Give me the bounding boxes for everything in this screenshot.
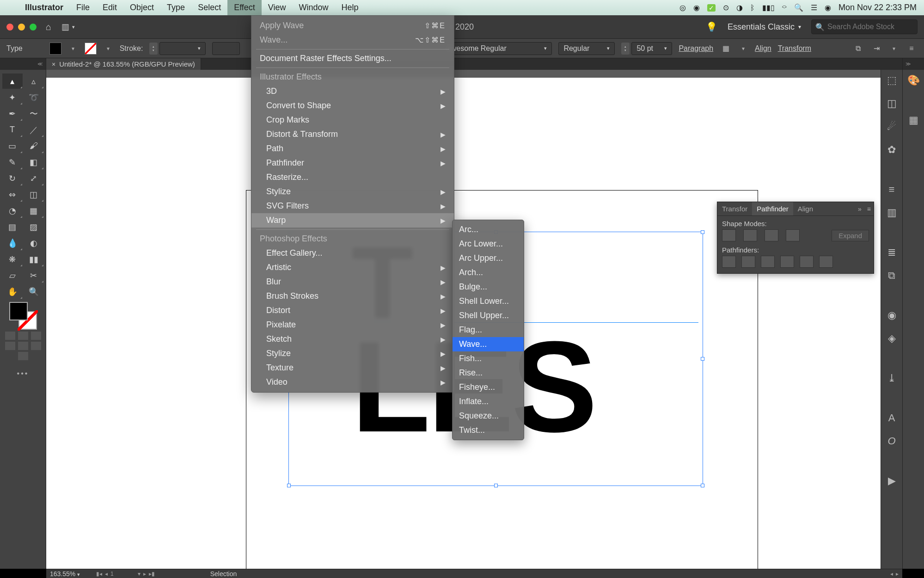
mesh-tool[interactable]: ▤ bbox=[2, 219, 23, 234]
width-tool[interactable]: ⇔ bbox=[2, 187, 23, 202]
asset-export-panel-icon[interactable]: ⤓ bbox=[887, 372, 896, 384]
battery-icon[interactable]: ▮▮▯ bbox=[762, 3, 775, 12]
scroll-left-icon[interactable]: ◂ bbox=[890, 571, 893, 577]
status-icon-1[interactable]: ◎ bbox=[679, 3, 686, 12]
symbol-sprayer-tool[interactable]: ❋ bbox=[2, 252, 23, 267]
expand-button[interactable]: Expand bbox=[832, 230, 869, 241]
actions-panel-icon[interactable]: ▶ bbox=[888, 475, 896, 487]
warp-item-inflate-[interactable]: Inflate... bbox=[453, 394, 524, 409]
brushes-panel-icon[interactable]: ☄ bbox=[887, 121, 896, 133]
curvature-tool[interactable]: 〜 bbox=[24, 106, 44, 121]
menu-item-brush-strokes[interactable]: Brush Strokes▶ bbox=[251, 289, 454, 303]
draw-behind[interactable] bbox=[18, 342, 28, 350]
draw-normal[interactable] bbox=[5, 342, 15, 350]
warp-item-shell-upper-[interactable]: Shell Upper... bbox=[453, 308, 524, 323]
arrange-documents[interactable]: ▥ ▾ bbox=[61, 22, 75, 32]
panel-tab-transform[interactable]: Transfor bbox=[717, 202, 752, 215]
fill-dd[interactable]: ▾ bbox=[68, 45, 78, 52]
graphic-styles-panel-icon[interactable]: ◈ bbox=[888, 332, 896, 344]
warp-item-flag-[interactable]: Flag... bbox=[453, 323, 524, 337]
gradient-tool[interactable]: ▨ bbox=[24, 219, 44, 234]
menu-item-warp[interactable]: Warp▶ bbox=[251, 213, 454, 228]
stroke-swatch[interactable] bbox=[85, 43, 97, 55]
tips-icon[interactable]: 💡 bbox=[706, 21, 717, 32]
search-adobe-stock[interactable]: 🔍 Search Adobe Stock bbox=[811, 19, 918, 34]
handle[interactable] bbox=[701, 484, 704, 487]
wifi-icon[interactable]: ⌔ bbox=[782, 4, 787, 12]
handle[interactable] bbox=[494, 484, 498, 487]
slice-tool[interactable]: ✂ bbox=[24, 268, 44, 283]
handle[interactable] bbox=[701, 230, 704, 234]
color-mode[interactable] bbox=[5, 332, 15, 340]
warp-item-twist-[interactable]: Twist... bbox=[453, 423, 524, 437]
zoom-window-button[interactable] bbox=[30, 24, 37, 31]
scale-tool[interactable]: ⤢ bbox=[24, 171, 44, 186]
menu-item-artistic[interactable]: Artistic▶ bbox=[251, 260, 454, 275]
eraser-tool[interactable]: ◧ bbox=[24, 154, 44, 170]
menubar-effect[interactable]: Effect bbox=[227, 0, 262, 15]
handle[interactable] bbox=[701, 357, 704, 361]
minus-back-button[interactable] bbox=[819, 256, 833, 268]
document-tab[interactable]: × Untitled-2* @ 163.55% (RGB/GPU Preview… bbox=[46, 58, 201, 70]
artboard-nav[interactable]: ▮◂ ◂ 1 ▾ ▸ ▸▮ bbox=[96, 571, 155, 577]
exclude-button[interactable] bbox=[786, 229, 800, 241]
menu-item-rasterize-[interactable]: Rasterize... bbox=[251, 170, 454, 184]
direct-selection-tool[interactable]: ▵ bbox=[24, 74, 44, 89]
line-tool[interactable]: ／ bbox=[24, 122, 44, 137]
status-icon-5[interactable]: ◑ bbox=[736, 3, 743, 12]
stroke-weight-stepper[interactable]: ▴▾ bbox=[149, 43, 158, 55]
rectangle-tool[interactable]: ▭ bbox=[2, 138, 23, 154]
menu-item-svg-filters[interactable]: SVG Filters▶ bbox=[251, 199, 454, 213]
selection-tool[interactable]: ▴ bbox=[2, 74, 23, 89]
menu-item-video[interactable]: Video▶ bbox=[251, 375, 454, 389]
left-dock-toggle[interactable]: ≪ bbox=[0, 58, 46, 70]
type-tool[interactable]: T bbox=[2, 122, 23, 137]
warp-item-shell-lower-[interactable]: Shell Lower... bbox=[453, 294, 524, 308]
status-icon-4[interactable]: ⊙ bbox=[723, 3, 729, 12]
menubar-select[interactable]: Select bbox=[191, 0, 227, 15]
brush-definition[interactable] bbox=[212, 42, 240, 55]
menu-item-distort-transform[interactable]: Distort & Transform▶ bbox=[251, 127, 454, 141]
menu-item-convert-to-shape[interactable]: Convert to Shape▶ bbox=[251, 98, 454, 113]
opentype-panel-icon[interactable]: O bbox=[887, 435, 895, 447]
menubar-view[interactable]: View bbox=[262, 0, 293, 15]
artboard-number[interactable]: 1 bbox=[110, 571, 114, 577]
control-center-icon[interactable]: ☰ bbox=[811, 3, 817, 12]
align-link[interactable]: Align bbox=[755, 44, 771, 53]
magic-wand-tool[interactable]: ✦ bbox=[2, 90, 23, 105]
workspace-switcher[interactable]: Essentials Classic ▾ bbox=[728, 22, 801, 32]
menu-item-stylize[interactable]: Stylize▶ bbox=[251, 184, 454, 199]
free-transform-tool[interactable]: ◫ bbox=[24, 187, 44, 202]
menubar-object[interactable]: Object bbox=[123, 0, 160, 15]
menu-clock[interactable]: Mon Nov 22 2:33 PM bbox=[838, 3, 917, 12]
status-zoom[interactable]: 163.55% ▾ bbox=[50, 570, 92, 578]
transform-link[interactable]: Transform bbox=[778, 44, 811, 53]
unite-button[interactable] bbox=[722, 229, 736, 241]
warp-item-arc-upper-[interactable]: Arc Upper... bbox=[453, 251, 524, 265]
last-artboard-icon[interactable]: ▸▮ bbox=[149, 571, 155, 577]
menu-item-stylize[interactable]: Stylize▶ bbox=[251, 346, 454, 361]
eyedropper-tool[interactable]: 💧 bbox=[2, 235, 23, 251]
spotlight-icon[interactable]: 🔍 bbox=[794, 3, 803, 12]
panel-tab-align[interactable]: Align bbox=[793, 202, 818, 215]
rotate-tool[interactable]: ↻ bbox=[2, 171, 23, 186]
menubar-type[interactable]: Type bbox=[160, 0, 191, 15]
artboard-dd-icon[interactable]: ▾ bbox=[138, 571, 141, 577]
menubar-app-name[interactable]: Illustrator bbox=[18, 0, 70, 15]
close-window-button[interactable] bbox=[6, 24, 13, 31]
home-icon[interactable]: ⌂ bbox=[46, 22, 51, 32]
menubar-file[interactable]: File bbox=[70, 0, 96, 15]
menu-item-sketch[interactable]: Sketch▶ bbox=[251, 332, 454, 346]
menubar-window[interactable]: Window bbox=[293, 0, 335, 15]
fill-swatch[interactable] bbox=[49, 43, 61, 55]
layers-panel-icon[interactable]: ≣ bbox=[887, 246, 896, 258]
panel-menu-icon[interactable]: ≡ bbox=[864, 205, 874, 213]
bluetooth-icon[interactable]: ᛒ bbox=[750, 4, 755, 12]
character-panel-icon[interactable]: A bbox=[888, 412, 895, 424]
draw-inside[interactable] bbox=[31, 342, 41, 350]
paragraph-dd[interactable]: ▾ bbox=[738, 45, 748, 52]
menu-item-pathfinder[interactable]: Pathfinder▶ bbox=[251, 156, 454, 170]
paintbrush-tool[interactable]: 🖌 bbox=[24, 138, 44, 154]
font-style-field[interactable]: Regular ▾ bbox=[558, 42, 615, 55]
column-graph-tool[interactable]: ▮▮ bbox=[24, 252, 44, 267]
